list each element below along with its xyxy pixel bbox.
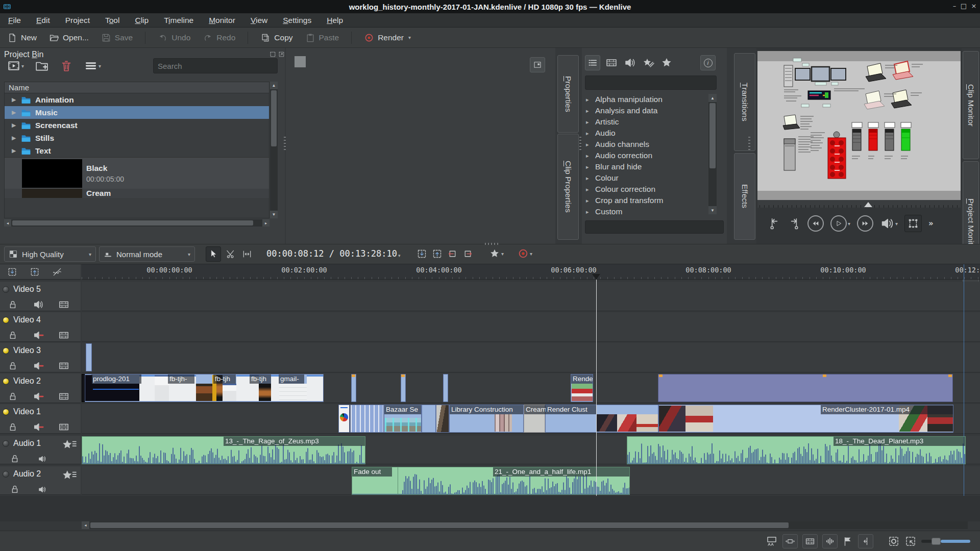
- timeline-clip[interactable]: [350, 405, 384, 433]
- track-header-video-1[interactable]: Video 1: [0, 404, 81, 434]
- effects-scrollbar[interactable]: ▲ ▼: [708, 94, 717, 214]
- custom-effects-filter-icon[interactable]: [642, 57, 654, 69]
- open-button[interactable]: Open...: [49, 33, 89, 43]
- zoom-slider-handle[interactable]: [932, 538, 941, 545]
- track-lane-video-3[interactable]: [82, 343, 980, 372]
- effect-category-crop-and-transform[interactable]: ▸Crop and transform: [583, 195, 707, 206]
- bin-folder-screencast[interactable]: ▶ Screencast: [5, 119, 269, 132]
- bin-folder-text[interactable]: ▶ Text: [5, 144, 269, 157]
- timecode-display[interactable]: 00:00:08:12 / 00:13:28:10▾: [266, 248, 400, 259]
- timeline-clip[interactable]: Cream: [524, 405, 545, 433]
- menu-timeline[interactable]: Timeline: [164, 16, 193, 25]
- fit-zone-icon[interactable]: [888, 535, 900, 547]
- track-mute-icon[interactable]: [38, 455, 46, 463]
- spacer-tool-button[interactable]: [239, 246, 255, 262]
- create-folder-button[interactable]: [35, 59, 48, 72]
- render-dropdown-arrow[interactable]: ▾: [408, 35, 411, 40]
- splitter-handle[interactable]: [284, 137, 286, 152]
- track-mute-icon[interactable]: [38, 485, 46, 494]
- show-video-thumbnails-icon[interactable]: [766, 535, 778, 547]
- track-target-led[interactable]: [3, 317, 9, 323]
- timeline-ruler[interactable]: 00:00:00:0000:02:00:0000:04:00:0000:06:0…: [82, 264, 980, 280]
- bin-folder-stills[interactable]: ▶ Stills: [5, 132, 269, 144]
- timeline-clip[interactable]: [338, 405, 350, 433]
- track-mute-icon[interactable]: [33, 421, 44, 433]
- audio-thumbnails-button[interactable]: [822, 534, 838, 548]
- track-header-video-4[interactable]: Video 4: [0, 312, 81, 342]
- automatic-transitions-button[interactable]: [782, 534, 798, 548]
- menu-monitor[interactable]: Monitor: [209, 16, 235, 25]
- track-lock-icon[interactable]: [9, 453, 20, 464]
- timeline-clip[interactable]: Library Construction: [449, 405, 524, 433]
- track-video-icon[interactable]: [58, 360, 69, 371]
- close-button[interactable]: ×: [970, 1, 978, 11]
- selection-tool-button[interactable]: [206, 246, 221, 262]
- undock-panel-icon[interactable]: [270, 51, 276, 58]
- save-button[interactable]: Save: [101, 33, 133, 43]
- insert-zone-down-icon[interactable]: [7, 267, 17, 277]
- track-lock-icon[interactable]: [7, 360, 18, 371]
- video-thumbnails-button[interactable]: [802, 534, 818, 548]
- copy-button[interactable]: Copy: [260, 33, 292, 43]
- track-video-icon[interactable]: [58, 421, 69, 433]
- expand-arrow-icon[interactable]: ▶: [12, 109, 17, 116]
- bin-search-input[interactable]: Search: [153, 58, 278, 73]
- edit-mode-dropdown[interactable]: Normal mode ▾: [99, 246, 195, 262]
- track-lock-icon[interactable]: [7, 330, 18, 341]
- timeline-audio-clip[interactable]: Fade out21_-_One_and_a_half_life.mp1: [352, 467, 630, 495]
- insert-zone-icon[interactable]: [416, 248, 427, 259]
- monitor-playhead[interactable]: [864, 202, 872, 207]
- splitter-handle[interactable]: [748, 137, 750, 152]
- track-effects-star-icon[interactable]: [61, 469, 77, 482]
- track-header-audio-2[interactable]: Audio 2: [0, 466, 81, 495]
- menu-help[interactable]: Help: [327, 16, 343, 25]
- playhead-line[interactable]: [596, 280, 597, 496]
- expand-arrow-icon[interactable]: ▶: [12, 96, 17, 103]
- effect-category-artistic[interactable]: ▸Artistic: [583, 116, 707, 128]
- expand-arrow-icon[interactable]: ▶: [12, 147, 17, 154]
- timeline-clip[interactable]: [658, 374, 953, 402]
- menu-settings[interactable]: Settings: [283, 16, 311, 25]
- track-lane-video-5[interactable]: [82, 282, 980, 311]
- expand-arrow-icon[interactable]: ▶: [12, 122, 17, 129]
- panel-options-button[interactable]: [530, 57, 545, 72]
- menu-file[interactable]: File: [8, 16, 21, 25]
- toolbar-overflow-button[interactable]: »: [928, 219, 934, 228]
- menu-edit[interactable]: Edit: [36, 16, 50, 25]
- effect-category-analysis-and-data[interactable]: ▸Analysis and data: [583, 105, 707, 116]
- title-bar[interactable]: worklog_history-monthly-2017-01-JAN.kden…: [0, 0, 980, 13]
- effect-category-audio-correction[interactable]: ▸Audio correction: [583, 150, 707, 161]
- track-mute-icon[interactable]: [33, 360, 44, 371]
- preview-quality-dropdown[interactable]: High Quality ▾: [4, 246, 96, 262]
- audio-effects-filter-icon[interactable]: [624, 57, 636, 69]
- volume-button[interactable]: ▾: [880, 216, 898, 231]
- expand-arrow-icon[interactable]: ▶: [12, 135, 17, 141]
- track-header-video-3[interactable]: Video 3: [0, 343, 81, 372]
- track-video-icon[interactable]: [58, 330, 69, 341]
- effect-category-colour[interactable]: ▸Colour: [583, 172, 707, 184]
- track-header-audio-1[interactable]: Audio 1: [0, 436, 81, 464]
- timeline-clip[interactable]: [436, 405, 449, 433]
- timeline-zoom-slider[interactable]: [921, 538, 970, 545]
- track-lane-video-4[interactable]: [82, 312, 980, 342]
- effect-category-alpha-manipulation[interactable]: ▸Alpha manipulation: [583, 94, 707, 105]
- timeline-clip[interactable]: Rende: [571, 374, 593, 402]
- timeline-audio-clip[interactable]: 13_-_The_Rage_of_Zeus.mp3: [82, 436, 365, 464]
- bin-name-column-header[interactable]: Name: [5, 82, 269, 93]
- snap-button[interactable]: [858, 534, 873, 548]
- zone-mode-button[interactable]: [904, 215, 922, 232]
- extract-zone-icon[interactable]: [432, 248, 443, 259]
- show-markers-flag-icon[interactable]: [842, 536, 853, 547]
- timeline-preview-button[interactable]: ▾: [518, 248, 532, 259]
- effect-category-blur-and-hide[interactable]: ▸Blur and hide: [583, 161, 707, 172]
- timeline-clip[interactable]: [422, 405, 436, 433]
- effects-search-input[interactable]: [585, 76, 717, 90]
- bin-vscrollbar[interactable]: ▲ ▼: [270, 82, 278, 218]
- track-mute-icon[interactable]: [33, 391, 44, 402]
- timeline-clip-group[interactable]: prodlog-201fb-tjh-fb-tjhfb-tjhgmail-: [85, 374, 324, 402]
- close-panel-icon[interactable]: [278, 51, 285, 58]
- bin-folder-animation[interactable]: ▶ Animation: [5, 93, 269, 106]
- splitter-handle[interactable]: [485, 243, 500, 245]
- splitter-handle[interactable]: [579, 137, 581, 152]
- track-lock-icon[interactable]: [7, 299, 18, 310]
